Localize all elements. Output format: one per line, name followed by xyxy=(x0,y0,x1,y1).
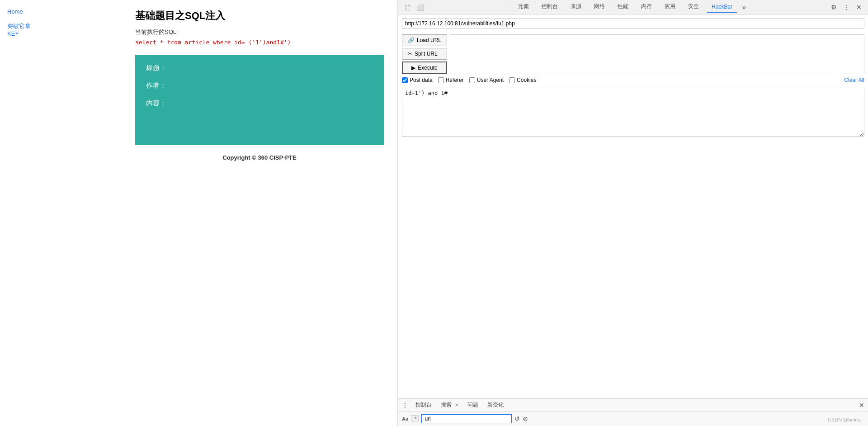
tab-network[interactable]: 网络 xyxy=(590,1,609,13)
search-tab-close[interactable]: ✕ xyxy=(455,402,458,407)
toolbar-right-icons: ⚙ ⋮ ✕ xyxy=(828,2,864,13)
devtools-panel: ⬚ ⬜ 元素 控制台 来源 网络 性能 内存 应用 安全 HackBar » ⚙… xyxy=(398,0,868,426)
bottom-menu-icon[interactable]: ⋮ xyxy=(402,402,408,409)
post-data-checkbox[interactable] xyxy=(402,77,408,83)
hackbar-options: Post data Referer User Agent Cookies Cle… xyxy=(402,77,864,83)
close-devtools-icon[interactable]: ✕ xyxy=(854,2,864,13)
execute-button[interactable]: ▶ Execute xyxy=(402,62,447,74)
copyright: Copyright © 360 CISP-PTE xyxy=(135,154,384,161)
referer-option[interactable]: Referer xyxy=(438,77,464,83)
user-agent-option[interactable]: User Agent xyxy=(469,77,504,83)
settings-icon[interactable]: ⚙ xyxy=(828,2,839,13)
tab-console[interactable]: 控制台 xyxy=(537,1,562,13)
article-title-field: 标题： xyxy=(146,64,373,72)
sidebar: Home 突破它拿KEY xyxy=(0,0,49,426)
tab-elements[interactable]: 元素 xyxy=(514,1,533,13)
tab-application[interactable]: 应用 xyxy=(660,1,680,13)
hackbar-area: 🔗 Load URL ✂ Split URL ▶ Execute xyxy=(398,14,868,398)
load-url-icon: 🔗 xyxy=(408,37,415,43)
search-refresh-button[interactable]: ↺ xyxy=(514,415,520,422)
bottom-tabs: ⋮ 控制台 搜索 ✕ 问题 新变化 ✕ xyxy=(398,399,868,412)
bottom-tab-issues[interactable]: 问题 xyxy=(464,400,482,410)
bottom-bar: ⋮ 控制台 搜索 ✕ 问题 新变化 ✕ Aa .* ↺ ⊘ xyxy=(398,398,868,426)
watermark: CSDN @beirry xyxy=(828,417,861,422)
cookies-option[interactable]: Cookies xyxy=(509,77,536,83)
page-title: 基础题目之SQL注入 xyxy=(135,9,384,23)
search-input[interactable] xyxy=(421,414,512,423)
tab-performance[interactable]: 性能 xyxy=(613,1,633,13)
load-url-button[interactable]: 🔗 Load URL xyxy=(402,34,447,46)
article-author-field: 作者： xyxy=(146,81,373,90)
webpage-content: 基础题目之SQL注入 当前执行的SQL: select * from artic… xyxy=(122,0,397,426)
search-clear-button[interactable]: ⊘ xyxy=(523,415,528,422)
tab-memory[interactable]: 内存 xyxy=(637,1,656,13)
toolbar-icons: ⬚ ⬜ xyxy=(402,2,425,13)
current-sql-label: 当前执行的SQL: xyxy=(135,28,384,36)
url-textarea[interactable] xyxy=(450,34,864,74)
tab-security[interactable]: 安全 xyxy=(684,1,703,13)
more-tabs-icon[interactable]: » xyxy=(741,3,748,12)
hackbar-controls-row: 🔗 Load URL ✂ Split URL ▶ Execute xyxy=(402,34,864,74)
tab-separator xyxy=(508,3,508,12)
bottom-tab-changes[interactable]: 新变化 xyxy=(484,400,507,410)
bottom-tab-search[interactable]: 搜索 ✕ xyxy=(437,400,462,410)
search-aa-label: Aa xyxy=(402,416,408,421)
clear-all-button[interactable]: Clear All xyxy=(844,77,864,83)
sql-query: select * from article where id= ('1')and… xyxy=(135,39,384,46)
article-box: 标题： 作者： 内容： xyxy=(135,55,384,145)
devtools-toolbar: ⬚ ⬜ 元素 控制台 来源 网络 性能 内存 应用 安全 HackBar » ⚙… xyxy=(398,0,868,14)
cookies-checkbox[interactable] xyxy=(509,77,515,83)
article-content-field: 内容： xyxy=(146,99,373,108)
user-agent-checkbox[interactable] xyxy=(469,77,475,83)
bottom-search-row: Aa .* ↺ ⊘ xyxy=(398,412,868,426)
hackbar-buttons: 🔗 Load URL ✂ Split URL ▶ Execute xyxy=(402,34,447,74)
cursor-icon[interactable]: ⬚ xyxy=(402,2,413,13)
webpage-area: Home 突破它拿KEY 基础题目之SQL注入 当前执行的SQL: select… xyxy=(0,0,398,426)
sidebar-item-key[interactable]: 突破它拿KEY xyxy=(0,19,49,41)
tab-hackbar[interactable]: HackBar xyxy=(707,2,737,13)
more-options-icon[interactable]: ⋮ xyxy=(841,2,852,13)
post-data-option[interactable]: Post data xyxy=(402,77,433,83)
split-url-icon: ✂ xyxy=(408,51,412,57)
tab-sources[interactable]: 来源 xyxy=(566,1,586,13)
bottom-tab-console[interactable]: 控制台 xyxy=(412,400,435,410)
device-icon[interactable]: ⬜ xyxy=(415,2,425,13)
sidebar-item-home[interactable]: Home xyxy=(0,5,49,19)
bottom-close-button[interactable]: ✕ xyxy=(859,402,864,409)
url-input[interactable] xyxy=(402,18,864,29)
split-url-button[interactable]: ✂ Split URL xyxy=(402,48,447,60)
search-regex-button[interactable]: .* xyxy=(411,415,419,422)
execute-play-icon: ▶ xyxy=(411,65,415,71)
post-data-textarea[interactable]: id=1') and 1# xyxy=(402,87,864,137)
referer-checkbox[interactable] xyxy=(438,77,444,83)
